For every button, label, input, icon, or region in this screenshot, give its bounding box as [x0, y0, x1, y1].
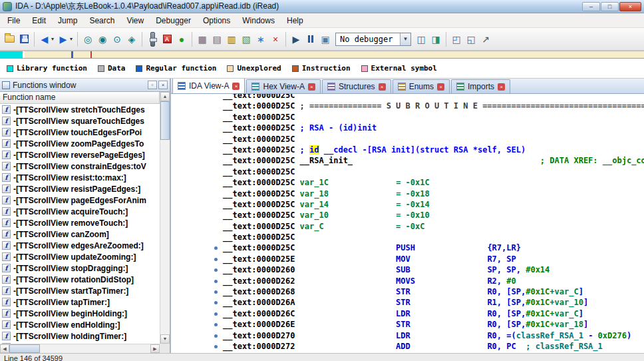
disasm-line[interactable]: __text:0000D26E STR R0, [SP,#0x1C+var_18… [171, 319, 644, 330]
menu-search[interactable]: Search [83, 14, 120, 27]
disassembly-view[interactable]: __text:0000D25C __text:0000D25C ; ======… [171, 94, 644, 353]
disasm-line[interactable]: __text:0000D25C [171, 232, 644, 242]
tab-close-icon[interactable]: × [437, 83, 444, 91]
tab-hex-view-a[interactable]: Hex View-A× [246, 79, 320, 93]
function-name-header[interactable]: Function name [0, 92, 160, 104]
vertical-scroll-thumb[interactable] [160, 101, 170, 140]
disasm-line[interactable]: __text:0000D25C PUSH {R7,LR} [171, 242, 644, 253]
disasm-line[interactable]: __text:0000D25C ; =============== S U B … [171, 101, 644, 111]
disasm-line[interactable]: __text:0000D26C LDR R0, [SP,#0x1C+var_C] [171, 308, 644, 319]
function-list-item[interactable]: f-[TTScrollView canZoom] [0, 228, 160, 240]
disasm-line[interactable]: __text:0000D25C ; id __cdecl -[RSA init]… [171, 145, 644, 155]
tab-imports[interactable]: Imports× [451, 79, 510, 93]
disasm-line[interactable]: __text:0000D25C ; RSA - (id)init [171, 123, 644, 133]
tab-enums[interactable]: Enums× [393, 79, 450, 93]
function-list-item[interactable]: f-[TTScrollView constrainEdges:toV [0, 161, 160, 172]
attach-process-icon[interactable]: ◫ [414, 32, 428, 47]
functions-horizontal-scrollbar[interactable]: ◀ ▶ [0, 344, 160, 353]
disasm-line[interactable]: __text:0000D270 LDR R0, =(classRef_RSA_1… [171, 330, 644, 341]
menu-view[interactable]: View [120, 14, 150, 27]
disasm-line[interactable]: __text:0000D26A STR R1, [SP,#0x1C+var_10… [171, 297, 644, 308]
function-calls-icon[interactable]: ▧ [239, 32, 253, 47]
search-text-icon[interactable]: ◎ [80, 32, 95, 47]
tab-structures[interactable]: Structures× [322, 79, 391, 93]
menu-options[interactable]: Options [197, 14, 236, 27]
detach-tab-icon[interactable]: ↗ [478, 32, 493, 47]
function-list-item[interactable]: f-[TTScrollView edgesAreZoomed:] [0, 240, 160, 251]
menu-file[interactable]: File [1, 14, 26, 27]
disasm-line[interactable]: __text:0000D272 ADD R0, PC ; classRef_RS… [171, 341, 644, 352]
disasm-line[interactable]: __text:0000D25C [171, 112, 644, 123]
search-bytes-icon[interactable]: ◉ [95, 32, 110, 47]
disasm-line[interactable]: __text:0000D25C var_1C = -0x1C [171, 177, 644, 188]
start-process-icon[interactable]: ▶ [289, 32, 303, 47]
disasm-line[interactable]: __text:0000D260 SUB SP, SP, #0x14 [171, 264, 644, 275]
menu-help[interactable]: Help [281, 14, 309, 27]
function-list-item[interactable]: f-[TTScrollView stopDragging:] [0, 262, 160, 274]
function-list-item[interactable]: f-[TTScrollView holdingTimer:] [0, 330, 160, 342]
panel-float-button[interactable]: ▫ [148, 81, 157, 89]
tab-close-icon[interactable]: × [498, 83, 505, 91]
disasm-line[interactable]: __text:0000D25C [171, 134, 644, 145]
search-again-icon[interactable]: ⊙ [110, 32, 124, 47]
disasm-line[interactable]: __text:0000D25C __RSA_init_ ; DATA XREF:… [171, 155, 644, 166]
function-list-item[interactable]: f-[TTScrollView squareTouchEdges [0, 115, 160, 127]
tile-windows-icon[interactable]: ◰ [449, 32, 464, 47]
disasm-line[interactable]: __text:0000D25C var_14 = -0x14 [171, 199, 644, 210]
menu-windows[interactable]: Windows [236, 14, 281, 27]
save-database-icon[interactable] [17, 32, 31, 47]
disasm-line[interactable]: __text:0000D25C [171, 167, 644, 177]
disasm-line[interactable]: __text:0000D25C var_18 = -0x18 [171, 188, 644, 199]
new-window-icon[interactable]: ◱ [464, 32, 478, 47]
breakpoint-list-icon[interactable]: ◨ [428, 32, 443, 47]
produce-file-icon[interactable]: ∗ [253, 32, 268, 47]
debugger-selector[interactable]: No debugger▼ [335, 33, 411, 46]
close-button[interactable]: × [619, 2, 641, 11]
function-list-item[interactable]: f-[TTScrollView touchEdgesForPoi [0, 127, 160, 138]
disasm-line[interactable]: __text:0000D262 MOVS R2, #0 [171, 276, 644, 286]
disasm-line[interactable]: __text:0000D25C [171, 94, 644, 101]
menu-debugger[interactable]: Debugger [150, 14, 197, 27]
function-list-item[interactable]: f-[TTScrollView startTapTimer:] [0, 285, 160, 296]
segments-icon[interactable]: ▥ [224, 32, 239, 47]
function-list-item[interactable]: f-[TTScrollView acquireTouch:] [0, 206, 160, 217]
back-history-dropdown-icon[interactable]: ▾ [49, 32, 56, 47]
type-libraries-icon[interactable]: ▤ [210, 32, 224, 47]
disasm-line[interactable]: __text:0000D25E MOV R7, SP [171, 254, 644, 264]
navigation-band[interactable] [0, 51, 644, 59]
open-signatures-icon[interactable]: ▦ [195, 32, 210, 47]
function-list-item[interactable]: f-[TTScrollView stretchTouchEdges [0, 104, 160, 115]
disasm-line[interactable]: __text:0000D25C var_10 = -0x10 [171, 210, 644, 220]
functions-window-titlebar[interactable]: Functions window ▫ × [0, 79, 170, 92]
function-list-item[interactable]: f-[TTScrollView zoomPageEdgesTo [0, 138, 160, 149]
jump-name-icon[interactable]: ◈ [124, 32, 139, 47]
cancel-action-icon[interactable]: × [268, 32, 283, 47]
scroll-down-icon[interactable]: ▼ [160, 334, 170, 344]
scroll-left-icon[interactable]: ◀ [0, 344, 9, 353]
tab-close-icon[interactable]: × [379, 83, 386, 91]
function-list-item[interactable]: f-[TTScrollView tapTimer:] [0, 296, 160, 308]
disasm-line[interactable]: __text:0000D268 STR R0, [SP,#0x1C+var_C] [171, 286, 644, 297]
function-list-item[interactable]: f-[TTScrollView updateZooming:] [0, 251, 160, 262]
scroll-up-icon[interactable]: ▲ [160, 92, 170, 101]
function-list-item[interactable]: f-[TTScrollView rotationDidStop] [0, 274, 160, 285]
maximize-button[interactable]: □ [601, 2, 619, 11]
function-list-item[interactable]: f-[TTScrollView resistPageEdges:] [0, 183, 160, 194]
tab-ida-view-a[interactable]: IDA View-A× [172, 79, 245, 93]
function-list-item[interactable]: f-[TTScrollView pageEdgesForAnim [0, 194, 160, 206]
open-file-icon[interactable] [2, 32, 17, 47]
compile-indicator-icon[interactable]: ● [174, 32, 189, 47]
forward-history-dropdown-icon[interactable]: ▾ [68, 32, 75, 47]
disasm-line[interactable]: __text:0000D25C var_C = -0xC [171, 221, 644, 232]
combo-dropdown-icon[interactable]: ▼ [400, 33, 410, 45]
menu-edit[interactable]: Edit [26, 14, 52, 27]
function-list-item[interactable]: f-[TTScrollView reversePageEdges] [0, 149, 160, 161]
function-list-item[interactable]: f-[TTScrollView beginHolding:] [0, 308, 160, 319]
menu-jump[interactable]: Jump [52, 14, 83, 27]
function-list-item[interactable]: f-[TTScrollView resist:to:max:] [0, 172, 160, 183]
script-snippet-icon[interactable]: A [160, 32, 174, 47]
overview-slider[interactable] [145, 32, 160, 47]
title-bar[interactable]: IDA - D:\Apple\京东LeBook-1.0.4\Payload\iR… [0, 0, 644, 13]
tab-close-icon[interactable]: × [308, 83, 315, 91]
function-list-item[interactable]: f-[TTScrollView endHolding:] [0, 319, 160, 330]
